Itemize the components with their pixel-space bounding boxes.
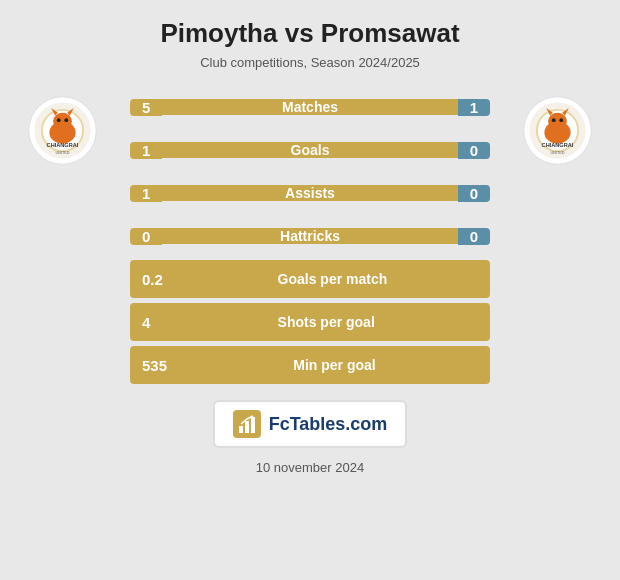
- stat-row-shots-per-goal: 4 Shots per goal: [130, 303, 490, 341]
- svg-point-8: [64, 118, 68, 122]
- svg-marker-5: [51, 108, 58, 116]
- brand-label: FcTables.com: [269, 414, 388, 435]
- stat-row-assists: 1 Assists 0: [130, 174, 490, 212]
- stat-left-val-matches: 5: [130, 99, 162, 116]
- stats-section: CHIANGRAI UNITED CHIANGRAI UNITE: [20, 88, 600, 384]
- svg-text:CHIANGRAI: CHIANGRAI: [542, 142, 574, 148]
- stat-label-matches: Matches: [162, 99, 457, 115]
- stat-label-goals: Goals: [162, 142, 457, 158]
- stat-left-val-hattricks: 0: [130, 228, 162, 245]
- date-label: 10 november 2024: [256, 460, 364, 475]
- svg-point-3: [49, 121, 75, 144]
- svg-text:CHIANGRAI: CHIANGRAI: [47, 142, 79, 148]
- svg-text:UNITED: UNITED: [56, 151, 70, 155]
- svg-point-15: [548, 113, 567, 130]
- svg-marker-17: [562, 108, 569, 116]
- page-container: Pimoytha vs Promsawat Club competitions,…: [0, 0, 620, 580]
- svg-point-7: [57, 118, 61, 122]
- svg-marker-16: [546, 108, 553, 116]
- stat-right-val-hattricks: 0: [458, 228, 490, 245]
- brand-box: FcTables.com: [213, 400, 408, 448]
- svg-point-12: [529, 102, 585, 158]
- svg-rect-24: [251, 417, 255, 433]
- svg-point-11: [524, 97, 592, 165]
- svg-rect-23: [245, 421, 249, 433]
- stat-right-val-assists: 0: [458, 185, 490, 202]
- stat-right-val-goals: 0: [458, 142, 490, 159]
- right-team-logo: CHIANGRAI UNITED: [515, 88, 600, 173]
- svg-point-2: [42, 110, 83, 151]
- stat-row-min-per-goal: 535 Min per goal: [130, 346, 490, 384]
- stat-row-goals: 1 Goals 0: [130, 131, 490, 169]
- svg-point-14: [544, 121, 570, 144]
- svg-rect-22: [239, 426, 243, 433]
- match-subtitle: Club competitions, Season 2024/2025: [200, 55, 420, 70]
- svg-text:UNITED: UNITED: [551, 151, 565, 155]
- stat-label-hattricks: Hattricks: [162, 228, 457, 244]
- bars-column: 5 Matches 1 1 Goals 0: [130, 88, 490, 384]
- stat-left-val-assists: 1: [130, 185, 162, 202]
- stat-row-matches: 5 Matches 1: [130, 88, 490, 126]
- stat-right-val-matches: 1: [458, 99, 490, 116]
- svg-point-0: [29, 97, 97, 165]
- stat-left-val-goals: 1: [130, 142, 162, 159]
- svg-point-18: [552, 118, 556, 122]
- stat-row-goals-per-match: 0.2 Goals per match: [130, 260, 490, 298]
- svg-point-1: [34, 102, 90, 158]
- svg-point-4: [53, 113, 72, 130]
- brand-icon: [233, 410, 261, 438]
- stat-label-assists: Assists: [162, 185, 457, 201]
- svg-point-19: [559, 118, 563, 122]
- match-title: Pimoytha vs Promsawat: [160, 18, 459, 49]
- left-team-logo: CHIANGRAI UNITED: [20, 88, 105, 173]
- svg-point-13: [537, 110, 578, 151]
- stat-row-hattricks: 0 Hattricks 0: [130, 217, 490, 255]
- svg-marker-6: [67, 108, 74, 116]
